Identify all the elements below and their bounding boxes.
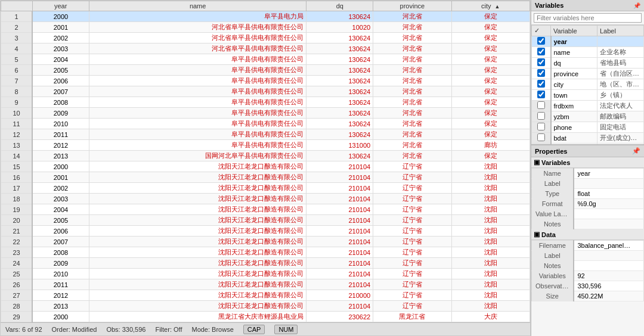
cell-city[interactable]: 保定: [451, 86, 530, 97]
cell-year[interactable]: 2007: [32, 86, 89, 97]
table-row[interactable]: 262011沈阳天江老龙口酿造有限公司210104辽宁省沈阳: [1, 279, 530, 290]
cell-province[interactable]: 辽宁省: [373, 183, 451, 194]
cell-dq[interactable]: 230622: [306, 312, 373, 322]
table-row[interactable]: 92008阜平县供电有限责任公司130624河北省保定: [1, 97, 530, 108]
variable-checkbox[interactable]: [537, 80, 545, 88]
variables-section-header[interactable]: ▣ Variables: [531, 157, 644, 168]
variable-checkbox[interactable]: [537, 112, 545, 120]
cell-province[interactable]: 辽宁省: [373, 237, 451, 247]
cell-dq[interactable]: 130624: [306, 11, 373, 22]
variable-row[interactable]: yzbm邮政编码: [532, 111, 644, 122]
cell-province[interactable]: 河北省: [373, 151, 451, 161]
variable-row[interactable]: province省（自治区、直辖…: [532, 69, 644, 79]
variable-row[interactable]: kysjy开业(成立)时间--月: [532, 144, 644, 145]
cell-province[interactable]: 河北省: [373, 97, 451, 108]
cell-year[interactable]: 2000: [32, 161, 89, 172]
cell-province[interactable]: 河北省: [373, 86, 451, 97]
cell-city[interactable]: 保定: [451, 65, 530, 76]
table-row[interactable]: 72006阜平县供电有限责任公司130624河北省保定: [1, 76, 530, 86]
cell-name[interactable]: 黑龙江省大庆市鲤源县电业局: [89, 312, 306, 322]
col-header-dq[interactable]: dq: [306, 1, 373, 11]
cell-name[interactable]: 河北省阜平县供电有限责任公司: [89, 33, 306, 43]
cell-year[interactable]: 2002: [32, 183, 89, 194]
cell-name[interactable]: 沈阳天江老龙口酿造有限公司: [89, 247, 306, 258]
cell-name[interactable]: 国网河北阜平县供电有限责任公司: [89, 151, 306, 161]
cell-dq[interactable]: 130624: [306, 86, 373, 97]
cell-dq[interactable]: 130624: [306, 76, 373, 86]
cell-city[interactable]: 保定: [451, 11, 530, 22]
cell-year[interactable]: 2012: [32, 140, 89, 151]
cell-year[interactable]: 2012: [32, 290, 89, 301]
cell-name[interactable]: 阜平县供电有限责任公司: [89, 108, 306, 119]
cell-year[interactable]: 2013: [32, 301, 89, 312]
cell-name[interactable]: 阜平县供电有限责任公司: [89, 76, 306, 86]
cell-name[interactable]: 阜平县供电有限责任公司: [89, 140, 306, 151]
cell-province[interactable]: 辽宁省: [373, 258, 451, 269]
variable-checkbox[interactable]: [537, 48, 545, 55]
table-row[interactable]: 52004阜平县供电有限责任公司130624河北省保定: [1, 54, 530, 65]
cell-year[interactable]: 2004: [32, 204, 89, 215]
var-col-label[interactable]: Label: [597, 26, 644, 36]
cell-year[interactable]: 2010: [32, 119, 89, 129]
cell-city[interactable]: 保定: [451, 43, 530, 54]
cell-name[interactable]: 沈阳天江老龙口酿造有限公司: [89, 215, 306, 226]
table-row[interactable]: 172002沈阳天江老龙口酿造有限公司210104辽宁省沈阳: [1, 183, 530, 194]
cell-province[interactable]: 河北省: [373, 76, 451, 86]
cell-dq[interactable]: 130624: [306, 119, 373, 129]
cell-city[interactable]: 保定: [451, 151, 530, 161]
cell-city[interactable]: 大庆: [451, 312, 530, 322]
cell-city[interactable]: 沈阳: [451, 258, 530, 269]
num-button[interactable]: NUM: [274, 325, 298, 334]
cell-province[interactable]: 辽宁省: [373, 172, 451, 183]
cell-city[interactable]: 沈阳: [451, 237, 530, 247]
variable-checkbox[interactable]: [537, 123, 545, 130]
cap-button[interactable]: CAP: [243, 325, 265, 334]
cell-dq[interactable]: 210104: [306, 258, 373, 269]
cell-city[interactable]: 沈阳: [451, 172, 530, 183]
cell-province[interactable]: 辽宁省: [373, 226, 451, 237]
cell-dq[interactable]: 130624: [306, 54, 373, 65]
cell-dq[interactable]: 210104: [306, 269, 373, 279]
cell-dq[interactable]: 210104: [306, 301, 373, 312]
variable-row[interactable]: year: [532, 36, 644, 47]
table-row[interactable]: 22001河北省阜平县供电有限责任公司10020河北省保定: [1, 22, 530, 33]
cell-province[interactable]: 河北省: [373, 140, 451, 151]
table-row[interactable]: 232008沈阳天江老龙口酿造有限公司210104辽宁省沈阳: [1, 247, 530, 258]
cell-dq[interactable]: 210104: [306, 204, 373, 215]
table-row[interactable]: 112010阜平县供电有限责任公司130624河北省保定: [1, 119, 530, 129]
cell-year[interactable]: 2004: [32, 54, 89, 65]
cell-province[interactable]: 辽宁省: [373, 161, 451, 172]
table-row[interactable]: 82007阜平县供电有限责任公司130624河北省保定: [1, 86, 530, 97]
table-row[interactable]: 252010沈阳天江老龙口酿造有限公司210104辽宁省沈阳: [1, 269, 530, 279]
cell-name[interactable]: 沈阳天江老龙口酿造有限公司: [89, 204, 306, 215]
cell-name[interactable]: 河北省阜平县供电有限责任公司: [89, 22, 306, 33]
cell-year[interactable]: 2011: [32, 279, 89, 290]
table-row[interactable]: 222007沈阳天江老龙口酿造有限公司210104辽宁省沈阳: [1, 237, 530, 247]
cell-city[interactable]: 保定: [451, 54, 530, 65]
col-header-name[interactable]: name: [89, 1, 306, 11]
variable-row[interactable]: phone固定电话: [532, 122, 644, 133]
cell-city[interactable]: 沈阳: [451, 279, 530, 290]
cell-year[interactable]: 2003: [32, 43, 89, 54]
cell-year[interactable]: 2005: [32, 215, 89, 226]
cell-province[interactable]: 河北省: [373, 11, 451, 22]
col-header-city[interactable]: city ▲: [451, 1, 530, 11]
cell-year[interactable]: 2011: [32, 129, 89, 140]
variable-checkbox[interactable]: [537, 69, 545, 77]
cell-city[interactable]: 保定: [451, 108, 530, 119]
cell-province[interactable]: 辽宁省: [373, 247, 451, 258]
cell-year[interactable]: 2009: [32, 258, 89, 269]
cell-dq[interactable]: 130624: [306, 108, 373, 119]
cell-province[interactable]: 河北省: [373, 54, 451, 65]
table-row[interactable]: 162001沈阳天江老龙口酿造有限公司210104辽宁省沈阳: [1, 172, 530, 183]
cell-province[interactable]: 辽宁省: [373, 269, 451, 279]
pin-icon[interactable]: 📌: [633, 2, 640, 9]
cell-city[interactable]: 沈阳: [451, 161, 530, 172]
cell-dq[interactable]: 130624: [306, 43, 373, 54]
cell-dq[interactable]: 210104: [306, 226, 373, 237]
cell-name[interactable]: 沈阳天江老龙口酿造有限公司: [89, 258, 306, 269]
cell-name[interactable]: 沈阳天江老龙口酿造有限公司: [89, 194, 306, 204]
cell-name[interactable]: 沈阳天江老龙口酿造有限公司: [89, 161, 306, 172]
cell-year[interactable]: 2010: [32, 269, 89, 279]
cell-city[interactable]: 沈阳: [451, 301, 530, 312]
